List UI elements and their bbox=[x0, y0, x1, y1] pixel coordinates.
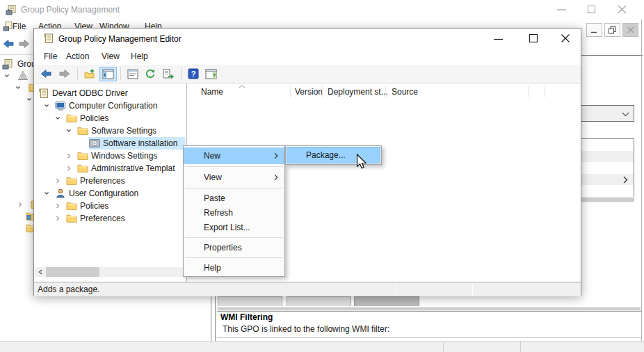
column-divider[interactable] bbox=[290, 86, 291, 97]
tree-item-policies[interactable]: Policies bbox=[34, 112, 185, 125]
folder-icon bbox=[77, 163, 90, 174]
menu-item-refresh[interactable]: Refresh bbox=[184, 205, 284, 220]
column-header-source[interactable]: Source bbox=[392, 87, 418, 97]
mdi-restore-button[interactable] bbox=[604, 23, 620, 37]
back-icon[interactable] bbox=[38, 67, 54, 81]
tree-h-scrollbar[interactable] bbox=[35, 267, 186, 277]
chevron-down-icon[interactable] bbox=[15, 84, 26, 91]
chevron-down-icon[interactable] bbox=[43, 102, 55, 109]
mdi-window-controls bbox=[586, 23, 638, 37]
menu-item-export-list[interactable]: Export List... bbox=[184, 220, 284, 235]
up-one-level-icon[interactable] bbox=[82, 67, 98, 81]
menu-item-help[interactable]: Help bbox=[184, 260, 284, 275]
selected-tree-item[interactable]: Software installation bbox=[89, 137, 185, 150]
tree-item-computer-configuration[interactable]: Computer Configuration bbox=[34, 99, 185, 112]
scroll-left-icon[interactable] bbox=[35, 269, 46, 275]
tree-item-preferences[interactable]: Preferences bbox=[34, 175, 185, 187]
status-divider bbox=[396, 284, 396, 295]
svg-text:?: ? bbox=[191, 70, 196, 78]
tree-item-software-settings[interactable]: Software Settings bbox=[34, 125, 185, 137]
pane-top-border bbox=[581, 55, 643, 56]
export-list-icon[interactable] bbox=[160, 67, 177, 81]
maximize-button[interactable] bbox=[588, 6, 596, 14]
forward-icon[interactable] bbox=[56, 67, 73, 81]
chevron-down-icon[interactable] bbox=[43, 190, 55, 197]
mdi-close-button[interactable] bbox=[622, 23, 638, 37]
tree-item-administrative-templates[interactable]: Administrative Templat bbox=[34, 162, 185, 175]
submenu-arrow-icon bbox=[274, 174, 278, 181]
chevron-right-icon[interactable] bbox=[65, 152, 77, 159]
pane-splitter[interactable] bbox=[211, 296, 216, 341]
menu-item-label: Properties bbox=[204, 243, 242, 253]
chevron-right-icon[interactable] bbox=[54, 202, 66, 209]
column-divider[interactable] bbox=[385, 86, 386, 97]
column-header-deployment[interactable]: Deployment st... bbox=[328, 87, 388, 97]
editor-title-bar[interactable]: Group Policy Management Editor bbox=[34, 29, 581, 49]
status-divider bbox=[472, 284, 473, 295]
scrollbar-thumb[interactable] bbox=[46, 267, 99, 277]
minimize-button[interactable] bbox=[557, 6, 567, 14]
chevron-down-icon[interactable] bbox=[54, 115, 66, 122]
chevron-right-icon[interactable] bbox=[54, 215, 66, 222]
menu-item-properties[interactable]: Properties bbox=[184, 240, 284, 255]
show-action-pane-icon[interactable] bbox=[203, 67, 219, 81]
tree-item-devart-odbc-driver[interactable]: Devart ODBC Driver bbox=[34, 87, 185, 99]
chevron-right-icon[interactable] bbox=[54, 177, 66, 184]
help-icon[interactable]: ? bbox=[186, 67, 201, 81]
chevron-down-icon[interactable] bbox=[3, 72, 15, 79]
tree-item-label: Preferences bbox=[79, 214, 125, 223]
tree-item-windows-settings[interactable]: Windows Settings bbox=[34, 150, 185, 162]
chevron-down-icon bbox=[622, 112, 629, 117]
tree-item-user-configuration[interactable]: User Configuration bbox=[34, 187, 185, 200]
menu-action[interactable]: Action bbox=[66, 51, 89, 61]
menu-file[interactable]: File bbox=[44, 51, 57, 61]
close-icon[interactable] bbox=[561, 34, 570, 42]
column-divider[interactable] bbox=[528, 86, 529, 97]
tree-item-preferences-user[interactable]: Preferences bbox=[34, 212, 185, 225]
column-divider[interactable] bbox=[545, 86, 545, 97]
maximize-button[interactable] bbox=[529, 34, 538, 42]
menu-item-new[interactable]: New bbox=[184, 147, 284, 164]
tree-item-label: Computer Configuration bbox=[68, 101, 157, 111]
properties-icon[interactable] bbox=[125, 67, 140, 81]
menu-item-view[interactable]: View bbox=[184, 169, 284, 186]
gpo-scroll-icon bbox=[38, 88, 51, 99]
menu-item-paste[interactable]: Paste bbox=[184, 191, 284, 205]
mouse-cursor-icon bbox=[356, 154, 369, 170]
menu-item-label: Paste bbox=[204, 193, 225, 203]
menu-separator bbox=[185, 237, 283, 238]
mdi-minimize-button[interactable] bbox=[586, 23, 602, 37]
menu-help[interactable]: Help bbox=[131, 51, 148, 61]
menu-file[interactable]: File bbox=[13, 22, 26, 32]
menu-separator bbox=[185, 257, 283, 258]
column-header-version[interactable]: Version bbox=[295, 87, 323, 97]
column-divider[interactable] bbox=[322, 86, 323, 97]
menu-item-label: Package... bbox=[306, 150, 346, 160]
chevron-right-icon[interactable] bbox=[65, 165, 77, 172]
folder-icon bbox=[66, 213, 79, 224]
folder-icon bbox=[77, 150, 90, 161]
chevron-right-icon[interactable] bbox=[17, 201, 29, 208]
menu-view[interactable]: View bbox=[102, 51, 120, 61]
tree-item-software-installation[interactable]: Software installation bbox=[34, 137, 185, 150]
software-package-icon bbox=[89, 138, 102, 149]
back-icon[interactable] bbox=[2, 38, 15, 49]
minimize-button[interactable] bbox=[494, 38, 504, 40]
column-header-name[interactable]: Name bbox=[201, 87, 223, 97]
close-icon[interactable] bbox=[618, 5, 627, 14]
tree-item-label: Policies bbox=[79, 113, 108, 123]
forward-icon[interactable] bbox=[18, 38, 31, 49]
tree-item-policies-user[interactable]: Policies bbox=[34, 200, 185, 212]
show-console-tree-icon[interactable] bbox=[100, 67, 116, 81]
context-menu: New View Paste Refresh Export List... Pr… bbox=[183, 145, 285, 277]
toolbar-separator bbox=[181, 67, 182, 80]
gpm-menubar-icon bbox=[3, 21, 13, 31]
refresh-icon[interactable] bbox=[143, 67, 158, 81]
horizontal-scrollbar[interactable] bbox=[217, 306, 641, 312]
menu-item-label: Refresh bbox=[204, 208, 233, 218]
tree-item-forest[interactable]: F bbox=[3, 70, 38, 81]
tree-item-label: Preferences bbox=[79, 176, 125, 186]
chevron-down-icon[interactable] bbox=[65, 127, 77, 134]
list-header: Name Version Deployment st... Source bbox=[188, 83, 581, 100]
tree-item-gpm-root[interactable]: Grou bbox=[2, 58, 36, 70]
